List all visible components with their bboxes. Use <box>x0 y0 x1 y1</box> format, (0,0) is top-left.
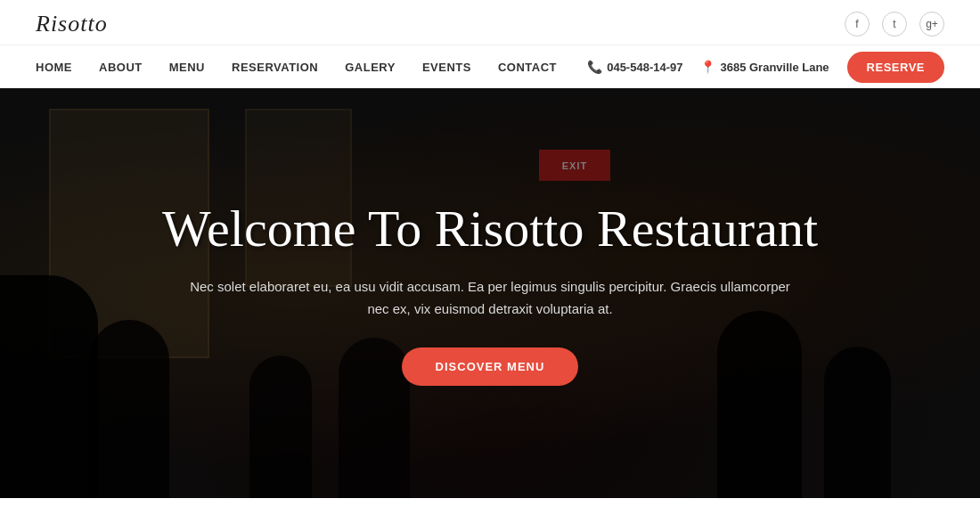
nav-reservation[interactable]: RESERVATION <box>232 61 318 74</box>
twitter-icon[interactable]: t <box>882 12 907 37</box>
hero-subtitle: Nec solet elaboraret eu, ea usu vidit ac… <box>178 275 802 321</box>
nav-links: HOME ABOUT MENU RESERVATION GALERY EVENT… <box>36 61 557 74</box>
phone-info: 📞 045-548-14-97 <box>587 60 682 74</box>
nav-menu[interactable]: MENU <box>169 61 205 74</box>
reserve-button[interactable]: RESERVE <box>847 52 944 83</box>
location-address: 3685 Granville Lane <box>720 61 829 74</box>
discover-menu-button[interactable]: DISCOVER MENU <box>402 347 579 386</box>
location-pin-icon: 📍 <box>700 60 715 74</box>
hero-section: EXIT Welcome To Risotto Restaurant Nec s… <box>0 88 980 498</box>
phone-icon: 📞 <box>587 60 602 74</box>
hero-title: Welcome To Risotto Restaurant <box>162 200 818 257</box>
googleplus-icon[interactable]: g+ <box>919 12 944 37</box>
navbar: HOME ABOUT MENU RESERVATION GALERY EVENT… <box>0 45 980 88</box>
nav-events[interactable]: EVENTS <box>422 61 471 74</box>
social-icons-group: f t g+ <box>845 12 944 37</box>
header: Risotto f t g+ HOME ABOUT MENU RESERVATI… <box>0 0 980 88</box>
nav-home[interactable]: HOME <box>36 61 72 74</box>
facebook-icon[interactable]: f <box>845 12 870 37</box>
header-top-bar: Risotto f t g+ <box>0 0 980 45</box>
logo: Risotto <box>36 11 108 37</box>
location-info: 📍 3685 Granville Lane <box>700 60 829 74</box>
hero-content: Welcome To Risotto Restaurant Nec solet … <box>0 88 980 498</box>
nav-about[interactable]: ABOUT <box>99 61 143 74</box>
nav-right-group: 📞 045-548-14-97 📍 3685 Granville Lane RE… <box>587 52 944 83</box>
nav-contact[interactable]: CONTACT <box>498 61 557 74</box>
nav-galery[interactable]: GALERY <box>345 61 396 74</box>
phone-number: 045-548-14-97 <box>607 61 682 74</box>
